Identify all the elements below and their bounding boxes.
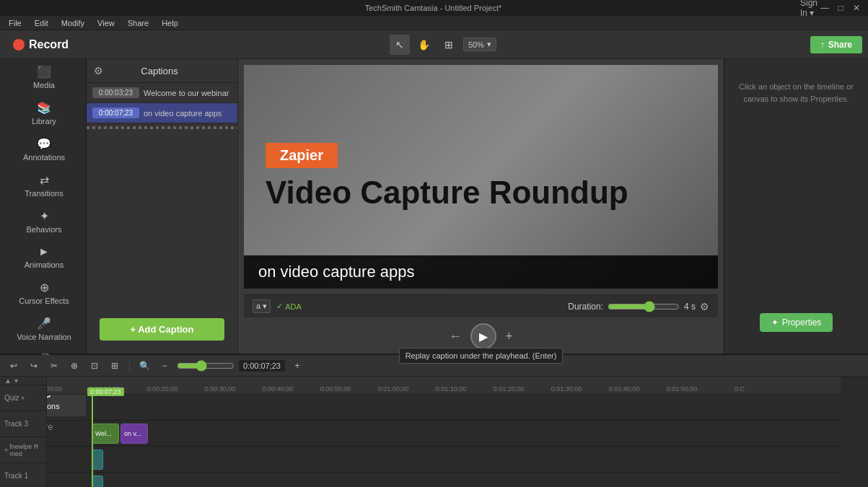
properties-button[interactable]: ✦ Properties <box>760 313 833 332</box>
timeline-area: ↩ ↪ ✂ ⊕ ⊡ ⊞ 🔍 − 0:00:07;23 + ▲ ▾ Quiz ▾ <box>0 354 868 487</box>
menu-edit[interactable]: Edit <box>29 17 54 29</box>
captions-settings-icon[interactable]: ⚙ <box>94 65 103 76</box>
ruler-mark-7: 0:01:10;00 <box>436 385 467 392</box>
toolbar-separator <box>129 360 130 372</box>
sign-in-button[interactable]: Sign In ▾ <box>803 2 815 14</box>
maximize-button[interactable]: □ <box>835 2 846 14</box>
sidebar-label-behaviors: Behaviors <box>27 225 62 234</box>
paste-button[interactable]: ⊡ <box>87 358 102 374</box>
sidebar-item-animations[interactable]: ► Animations <box>0 240 86 275</box>
sidebar-label-voice-narration: Voice Narration <box>17 333 71 341</box>
menu-help[interactable]: Help <box>156 17 184 29</box>
quiz-collapse-icon[interactable]: ▾ <box>21 394 25 402</box>
brand-badge: Zapier <box>266 143 338 168</box>
caption-item-1[interactable]: 0:00:07;23 on video capture apps <box>87 103 237 123</box>
undo-button[interactable]: ↩ <box>6 358 22 374</box>
record-dot-icon <box>13 39 25 51</box>
timeline-zoom-slider[interactable] <box>177 360 234 372</box>
library-icon: 📚 <box>37 101 51 115</box>
title-bar: TechSmith Camtasia - Untitled Project* S… <box>0 0 868 16</box>
menu-modify[interactable]: Modify <box>56 17 90 29</box>
split-button[interactable]: ⊞ <box>107 358 123 374</box>
menu-file[interactable]: File <box>3 17 27 29</box>
cut-button[interactable]: ✂ <box>46 358 62 374</box>
crop-tool-button[interactable]: ⊞ <box>439 35 459 55</box>
menu-bar: File Edit Modify View Share Help <box>0 16 868 30</box>
properties-hint: Click an object on the timeline or canva… <box>732 81 861 105</box>
copy-button[interactable]: ⊕ <box>66 358 82 374</box>
track-row-2 <box>47 447 841 473</box>
redo-button[interactable]: ↪ <box>26 358 42 374</box>
ruler-mark-9: 0:01:30;00 <box>551 385 582 392</box>
record-label: Record <box>29 38 69 51</box>
sidebar-item-annotations[interactable]: 💬 Annotations <box>0 131 86 167</box>
caption-item-0[interactable]: 0:00:03;23 Welcome to our webinar <box>87 83 237 103</box>
share-button[interactable]: ↑ Share <box>810 36 862 53</box>
zoom-select[interactable]: 50% ▾ <box>463 38 496 51</box>
track-label-quiz: Quiz ▾ <box>0 385 46 411</box>
hand-tool-button[interactable]: ✋ <box>414 35 434 55</box>
duration-slider[interactable] <box>608 301 680 312</box>
caption-time-0: 0:00:03;23 <box>92 87 139 98</box>
zoom-in-icon[interactable]: 🔍 <box>136 358 152 374</box>
playback-controls: ← ▶ + Replay caption under the playhead.… <box>238 320 724 354</box>
duration-control: Duration: 4 s ⚙ <box>568 301 709 312</box>
sidebar-item-media[interactable]: ⬛ Media <box>0 59 86 95</box>
track-header-controls: ▲ ▾ <box>0 377 46 385</box>
ruler-mark-3: 0:00:30;00 <box>205 385 236 392</box>
sidebar-item-cursor-effects[interactable]: ⊕ Cursor Effects <box>0 275 86 311</box>
ruler-mark-12: 0:C <box>735 385 745 392</box>
ruler-mark-4: 0:00:40;00 <box>263 385 294 392</box>
sidebar-label-annotations: Annotations <box>23 153 65 162</box>
close-button[interactable]: ✕ <box>851 2 862 14</box>
clip-onvideo[interactable]: on v... <box>120 424 148 444</box>
star-icon: ✦ <box>771 317 779 328</box>
sidebar-item-transitions[interactable]: ⇄ Transitions <box>0 167 86 203</box>
prev-caption-button[interactable]: ← <box>449 329 462 344</box>
video-background: Zapier Video Capture Roundup on video ca… <box>244 65 718 289</box>
add-caption-button[interactable]: + Add Caption <box>100 318 224 341</box>
font-dropdown[interactable]: a ▾ <box>253 299 271 313</box>
ruler-mark-6: 0:01:00;00 <box>378 385 409 392</box>
canvas-area: Zapier Video Capture Roundup on video ca… <box>238 59 724 354</box>
sidebar-item-behaviors[interactable]: ✦ Behaviors <box>0 203 86 240</box>
timeline-content: ▲ ▾ Quiz ▾ Track 3 + fnewlpe R med Track… <box>0 377 868 487</box>
properties-panel: Click an object on the timeline or canva… <box>724 59 868 354</box>
clip-track2[interactable] <box>92 449 103 470</box>
add-caption-button-2[interactable]: + <box>505 329 513 344</box>
track-row-quiz <box>47 395 841 421</box>
sidebar-label-media: Media <box>33 81 55 89</box>
add-track-button[interactable]: + <box>289 358 305 374</box>
expand-icon[interactable]: ▾ <box>14 377 18 385</box>
sidebar-label-transitions: Transitions <box>25 189 63 198</box>
sidebar-label-library: Library <box>32 117 56 126</box>
record-button[interactable]: Record <box>6 35 76 54</box>
caption-time-1: 0:00:07;23 <box>92 108 139 118</box>
minimize-button[interactable]: — <box>819 2 830 14</box>
track-label-1: Track 1 <box>0 463 46 487</box>
share-icon: ↑ <box>820 40 825 50</box>
settings-gear-icon[interactable]: ⚙ <box>700 301 709 312</box>
sidebar-item-library[interactable]: 📚 Library <box>0 95 86 131</box>
menu-view[interactable]: View <box>92 17 120 29</box>
sidebar-label-cursor-effects: Cursor Effects <box>19 297 69 305</box>
sidebar-item-voice-narration[interactable]: 🎤 Voice Narration <box>0 311 86 347</box>
clip-track1[interactable] <box>92 475 103 487</box>
clip-welcome[interactable]: Wel... <box>92 424 119 444</box>
duration-value: 4 s <box>684 302 696 312</box>
captions-panel: ⚙ Captions 0:00:03;23 Welcome to our web… <box>87 59 238 354</box>
animations-icon: ► <box>38 245 50 258</box>
check-icon: ✓ <box>276 302 283 311</box>
track-labels: ▲ ▾ Quiz ▾ Track 3 + fnewlpe R med Track… <box>0 377 47 487</box>
zoom-out-button[interactable]: − <box>157 358 172 374</box>
add-media-icon[interactable]: + <box>4 447 8 454</box>
behaviors-icon: ✦ <box>40 209 49 223</box>
select-tool-button[interactable]: ↖ <box>390 35 410 55</box>
collapse-all-icon[interactable]: ▲ <box>4 377 12 385</box>
play-button[interactable]: ▶ <box>470 323 496 349</box>
playhead <box>92 395 93 487</box>
tooltip: Replay caption under the playhead. (Ente… <box>399 348 564 364</box>
transitions-icon: ⇄ <box>40 173 49 187</box>
caption-text-0: Welcome to our webinar <box>144 89 229 97</box>
menu-share[interactable]: Share <box>122 17 154 29</box>
